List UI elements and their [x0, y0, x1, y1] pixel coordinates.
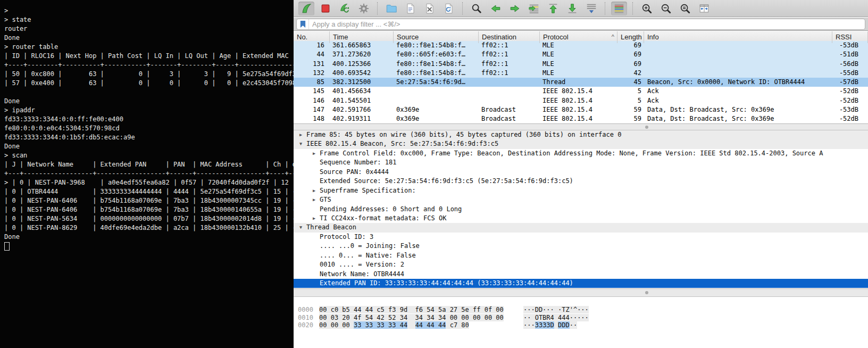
detail-row[interactable]: .... ...0 = Joining: False — [294, 242, 868, 251]
column-header-rssi[interactable]: RSSI — [832, 31, 868, 43]
packet-no: 44 — [294, 50, 330, 59]
hex-row[interactable]: 002000 00 00 33 33 33 33 44 44 44 44 c7 … — [294, 321, 868, 329]
packet-destination — [479, 78, 540, 87]
packet-row-44[interactable]: 44371.273620fe80::605f:e603:f…ff02::1MLE… — [294, 50, 868, 59]
reload-file-icon[interactable] — [441, 2, 457, 15]
packet-protocol: MLE — [540, 69, 617, 78]
packet-row-131[interactable]: 131400.125366fe80::f8e1:54b8:f…ff02::1ML… — [294, 60, 868, 69]
column-header-no[interactable]: No. — [294, 31, 330, 43]
display-filter-input[interactable]: Apply a display filter ... <⌘/> — [296, 19, 865, 30]
terminal-line: +----+--------+----------+-----------+--… — [4, 61, 294, 70]
toolbar-separator — [377, 2, 378, 15]
terminal-window[interactable]: >> staterouterDone> router table| ID | R… — [0, 0, 294, 348]
terminal-line: | 0 | NEST-PAN-5634 | 0000000000000000 |… — [4, 214, 294, 223]
list-details-splitter[interactable] — [294, 123, 868, 130]
detail-row[interactable]: ▶Frame Control Field: 0xc000, Frame Type… — [294, 149, 868, 158]
packet-info — [644, 60, 832, 69]
detail-row[interactable]: Network Name: OTBR4444 — [294, 270, 868, 279]
zoom-out-icon[interactable] — [658, 2, 674, 15]
packet-protocol: IEEE 802.15.4 — [540, 87, 617, 96]
packet-row-147[interactable]: 147402.5917660x369eBroadcastIEEE 802.15.… — [294, 105, 868, 114]
save-file-icon[interactable] — [403, 2, 419, 15]
collapsed-arrow-icon[interactable]: ▶ — [299, 130, 306, 139]
collapsed-arrow-icon[interactable]: ▶ — [313, 149, 320, 158]
auto-scroll-icon[interactable] — [583, 2, 599, 15]
sort-indicator-icon: ^ — [612, 31, 614, 43]
detail-row[interactable]: ▼IEEE 802.15.4 Beacon, Src: 5e:27:5a:54:… — [294, 139, 868, 148]
column-header-length[interactable]: Length — [617, 31, 644, 43]
detail-row[interactable]: ▶TI CC24xx-format metadata: FCS OK — [294, 214, 868, 223]
packet-length: 5 — [617, 87, 644, 96]
packet-length: 69 — [617, 50, 644, 59]
collapsed-arrow-icon[interactable]: ▶ — [313, 195, 320, 204]
packet-list-header: No.TimeSourceDestinationProtocol^LengthI… — [294, 31, 868, 44]
packet-row-85[interactable]: 85382.3125005e:27:5a:54:f6:9d…Thread45Be… — [294, 78, 868, 87]
go-back-icon[interactable] — [488, 2, 504, 15]
packet-no: 146 — [294, 96, 330, 105]
packet-protocol: Thread — [540, 78, 617, 87]
packet-bytes-pane[interactable]: 000000 c0 b5 44 44 c5 f3 9d f6 54 5a 27 … — [294, 297, 868, 348]
zoom-in-icon[interactable] — [639, 2, 655, 15]
packet-time: 401.456634 — [330, 87, 394, 96]
detail-row[interactable]: Source PAN: 0x4444 — [294, 168, 868, 177]
detail-row[interactable]: Extended Source: 5e:27:5a:54:f6:9d:f3:c5… — [294, 177, 868, 186]
close-file-icon[interactable] — [422, 2, 438, 15]
expanded-arrow-icon[interactable]: ▼ — [299, 223, 306, 232]
column-header-source[interactable]: Source — [394, 31, 479, 43]
capture-options-icon[interactable] — [356, 2, 372, 15]
detail-row[interactable]: Pending Addresses: 0 Short and 0 Long — [294, 205, 868, 214]
detail-row[interactable]: ▼Thread Beacon — [294, 223, 868, 232]
detail-text: 0010 .... = Version: 2 — [320, 261, 404, 268]
find-packet-icon[interactable] — [469, 2, 485, 15]
hex-row[interactable]: 000000 c0 b5 44 44 c5 f3 9d f6 54 5a 27 … — [294, 306, 868, 314]
restart-capture-icon[interactable] — [337, 2, 353, 15]
terminal-cursor — [4, 242, 10, 251]
detail-row[interactable]: Extended PAN ID: 33:33:33:33:44:44:44:44… — [294, 279, 868, 288]
collapsed-arrow-icon[interactable]: ▶ — [313, 214, 320, 223]
packet-rssi: -55dB — [832, 69, 868, 78]
packet-row-146[interactable]: 146401.545501IEEE 802.15.45Ack-52dB — [294, 96, 868, 105]
column-header-destination[interactable]: Destination — [479, 31, 540, 43]
detail-row[interactable]: ▶Frame 85: 45 bytes on wire (360 bits), … — [294, 130, 868, 139]
resize-columns-icon[interactable] — [696, 2, 712, 15]
packet-rssi: -52dB — [832, 87, 868, 96]
packet-row-145[interactable]: 145401.456634IEEE 802.15.45Ack-52dB — [294, 87, 868, 96]
column-header-time[interactable]: Time — [330, 31, 394, 43]
go-to-packet-icon[interactable] — [526, 2, 542, 15]
hex-ascii: ···DD··· ·TZ'^··· — [523, 306, 589, 314]
packet-row-148[interactable]: 148402.9193110x369eBroadcastIEEE 802.15.… — [294, 114, 868, 123]
packet-source: 0x369e — [394, 105, 479, 114]
column-header-protocol[interactable]: Protocol^ — [540, 31, 617, 43]
go-first-packet-icon[interactable] — [545, 2, 561, 15]
open-file-icon[interactable] — [383, 2, 399, 15]
detail-text: Network Name: OTBR4444 — [320, 270, 404, 278]
hex-ascii: ·· OTBR4 444····· — [523, 314, 589, 322]
zoom-reset-icon[interactable] — [677, 2, 693, 15]
terminal-line: fd33:3333:3344:0:1b5f:db5:ecac:a9e — [4, 133, 294, 142]
colorize-icon[interactable] — [611, 2, 627, 15]
detail-row[interactable]: Sequence Number: 181 — [294, 158, 868, 167]
hex-offset: 0020 — [298, 321, 313, 329]
detail-row[interactable]: ▶GTS — [294, 195, 868, 204]
details-hex-splitter[interactable] — [294, 288, 868, 297]
detail-row[interactable]: Protocol ID: 3 — [294, 233, 868, 242]
packet-info: Data, Dst: Broadcast, Src: 0x369e — [644, 114, 832, 123]
stop-capture-icon[interactable] — [318, 2, 333, 15]
filter-bookmark-icon[interactable] — [299, 19, 309, 29]
go-forward-icon[interactable] — [507, 2, 523, 15]
column-header-info[interactable]: Info — [644, 31, 832, 43]
go-last-packet-icon[interactable] — [564, 2, 580, 15]
packet-row-132[interactable]: 132400.693542fe80::f8e1:54b8:f…ff02::1ML… — [294, 69, 868, 78]
detail-row[interactable]: ▶Superframe Specification: — [294, 186, 868, 195]
terminal-line: Done — [4, 34, 294, 43]
detail-text: TI CC24xx-format metadata: FCS OK — [320, 214, 446, 222]
hex-row[interactable]: 001000 03 20 4f 54 42 52 34 34 34 34 00 … — [294, 314, 868, 322]
collapsed-arrow-icon[interactable]: ▶ — [313, 186, 320, 195]
detail-row[interactable]: 0010 .... = Version: 2 — [294, 260, 868, 269]
packet-info: Ack — [644, 96, 832, 105]
detail-text: .... ...0 = Joining: False — [320, 242, 420, 250]
packet-no: 85 — [294, 78, 330, 87]
expanded-arrow-icon[interactable]: ▼ — [299, 139, 306, 148]
start-capture-icon[interactable] — [298, 2, 314, 15]
detail-row[interactable]: .... 0... = Native: False — [294, 251, 868, 260]
